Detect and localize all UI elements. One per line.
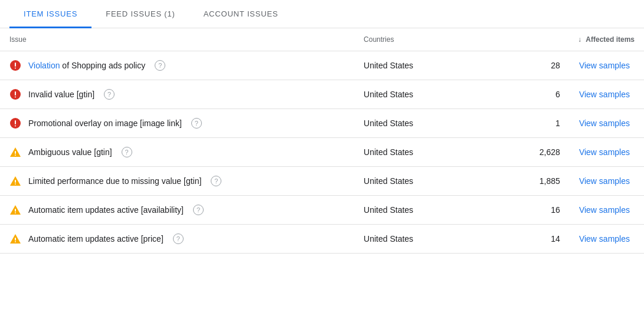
table-container: Issue Countries ↓ Affected items Violati… (0, 28, 644, 254)
affected-count-4: 1,885 (540, 176, 570, 186)
help-icon-3[interactable]: ? (122, 147, 132, 157)
table-row: Automatic item updates active [price]?Un… (0, 225, 644, 254)
help-icon-5[interactable]: ? (193, 205, 204, 215)
view-samples-link-1[interactable]: View samples (579, 90, 635, 99)
issue-cell-4: Limited performance due to missing value… (0, 167, 354, 196)
countries-cell-1: United States (354, 80, 483, 109)
affected-cell-5: 16View samples (483, 196, 644, 225)
svg-point-5 (15, 97, 16, 98)
affected-cell-6: 14View samples (483, 225, 644, 254)
help-icon-0[interactable]: ? (155, 60, 165, 71)
affected-cell-0: 28View samples (483, 51, 644, 80)
warning-icon (9, 204, 21, 216)
svg-rect-11 (15, 180, 16, 183)
svg-point-14 (15, 212, 16, 213)
issue-link-0[interactable]: Violation (28, 61, 62, 70)
svg-rect-13 (15, 209, 16, 212)
help-icon-4[interactable]: ? (211, 176, 221, 186)
table-row: Invalid value [gtin]?United States6View … (0, 80, 644, 109)
error-icon (9, 60, 21, 71)
view-samples-link-0[interactable]: View samples (579, 61, 635, 70)
sort-arrow-icon: ↓ (578, 35, 581, 44)
svg-rect-15 (15, 238, 16, 241)
issue-cell-0: Violation of Shopping ads policy? (0, 51, 354, 80)
issue-cell-3: Ambiguous value [gtin]? (0, 138, 354, 167)
issue-cell-2: Promotional overlay on image [image link… (0, 109, 354, 138)
affected-count-5: 16 (551, 205, 570, 215)
affected-count-1: 6 (555, 90, 570, 99)
affected-count-0: 28 (551, 61, 570, 70)
tab-account-issues[interactable]: ACCOUNT ISSUES (189, 0, 293, 28)
view-samples-link-6[interactable]: View samples (579, 234, 635, 244)
svg-point-2 (15, 68, 16, 69)
countries-cell-2: United States (354, 109, 483, 138)
countries-cell-0: United States (354, 51, 483, 80)
issue-cell-1: Invalid value [gtin]? (0, 80, 354, 109)
svg-rect-7 (15, 120, 16, 124)
affected-count-6: 14 (551, 234, 570, 244)
svg-rect-1 (15, 62, 16, 67)
tab-item-issues[interactable]: ITEM ISSUES (9, 0, 91, 28)
svg-point-16 (15, 241, 16, 242)
affected-items-label: Affected items (586, 35, 635, 44)
view-samples-link-3[interactable]: View samples (579, 147, 635, 157)
table-row: Automatic item updates active [availabil… (0, 196, 644, 225)
warning-icon (9, 146, 21, 158)
tab-feed-issues-1-[interactable]: FEED ISSUES (1) (91, 0, 189, 28)
svg-rect-4 (15, 91, 16, 96)
svg-point-8 (15, 126, 16, 127)
view-samples-link-2[interactable]: View samples (579, 119, 635, 128)
table-row: Promotional overlay on image [image link… (0, 109, 644, 138)
svg-point-12 (15, 183, 16, 185)
view-samples-link-5[interactable]: View samples (579, 205, 635, 215)
countries-cell-4: United States (354, 167, 483, 196)
table-row: Violation of Shopping ads policy?United … (0, 51, 644, 80)
column-issue: Issue (0, 28, 354, 51)
tabs-container: ITEM ISSUESFEED ISSUES (1)ACCOUNT ISSUES (0, 0, 644, 28)
column-affected[interactable]: ↓ Affected items (483, 28, 644, 51)
svg-rect-9 (15, 151, 16, 154)
issue-cell-6: Automatic item updates active [price]? (0, 225, 354, 254)
column-countries: Countries (354, 28, 483, 51)
affected-count-2: 1 (555, 119, 570, 128)
help-icon-2[interactable]: ? (191, 118, 202, 129)
error-icon (9, 88, 21, 100)
warning-icon (9, 175, 21, 187)
view-samples-link-4[interactable]: View samples (579, 176, 635, 186)
affected-cell-3: 2,628View samples (483, 138, 644, 167)
affected-cell-1: 6View samples (483, 80, 644, 109)
affected-count-3: 2,628 (540, 147, 570, 157)
help-icon-6[interactable]: ? (173, 233, 184, 244)
affected-cell-4: 1,885View samples (483, 167, 644, 196)
svg-point-10 (15, 154, 16, 156)
table-row: Ambiguous value [gtin]?United States2,62… (0, 138, 644, 167)
table-row: Limited performance due to missing value… (0, 167, 644, 196)
countries-cell-3: United States (354, 138, 483, 167)
warning-icon (9, 233, 21, 245)
affected-cell-2: 1View samples (483, 109, 644, 138)
countries-cell-6: United States (354, 225, 483, 254)
issue-cell-5: Automatic item updates active [availabil… (0, 196, 354, 225)
countries-cell-5: United States (354, 196, 483, 225)
error-icon (9, 117, 21, 129)
help-icon-1[interactable]: ? (104, 89, 115, 100)
